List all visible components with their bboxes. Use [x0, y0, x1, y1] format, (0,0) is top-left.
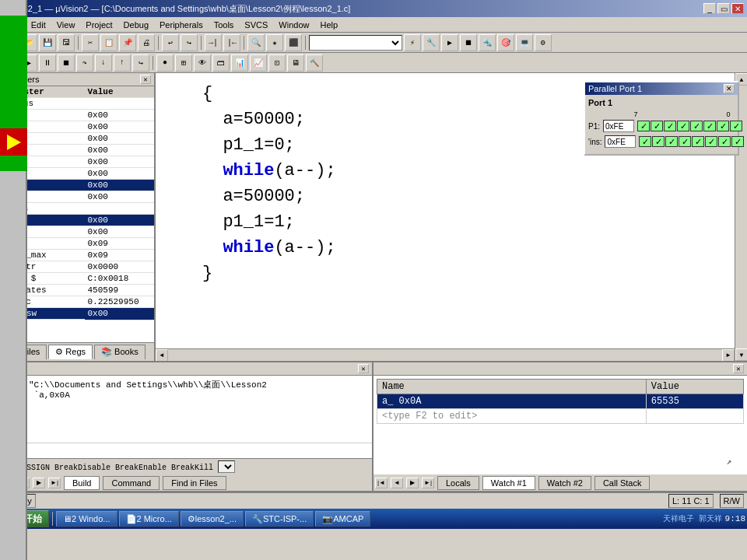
pp-ins-bit-3[interactable]: ✓ — [692, 136, 704, 147]
run-button[interactable]: ▶ — [441, 34, 458, 51]
cut-button[interactable]: ✂ — [82, 34, 99, 51]
breakpoint-button[interactable]: ● — [156, 54, 174, 72]
scroll-down-button[interactable]: ▼ — [735, 348, 747, 361]
menu-svcs[interactable]: SVCS — [240, 19, 272, 31]
cmd-panel-close[interactable]: ✕ — [358, 364, 369, 373]
menu-view[interactable]: View — [52, 19, 80, 31]
find-button[interactable]: 🔍 — [247, 34, 265, 51]
watch-row-selected[interactable]: a_ 0x0A 65535 — [377, 394, 744, 409]
tool-btn[interactable]: 🔩 — [479, 34, 496, 51]
pp-ins-input[interactable] — [605, 135, 636, 148]
save-button[interactable]: 💾 — [39, 34, 56, 51]
minimize-button[interactable]: _ — [703, 3, 716, 14]
mem-btn[interactable]: 🗃 — [212, 54, 230, 72]
save-all-button[interactable]: 🖫 — [58, 34, 75, 51]
flash-button[interactable]: ⚡ — [404, 34, 421, 51]
indent-button[interactable]: →| — [205, 34, 222, 51]
toolbox-btn[interactable]: 🔨 — [306, 54, 323, 72]
pp-ins-row: 'ins: ✓ ✓ ✓ ✓ ✓ ✓ ✓ ✓ — [588, 135, 735, 148]
menu-help[interactable]: Help — [315, 19, 342, 31]
pp-ins-bit-0[interactable]: ✓ — [731, 136, 744, 147]
debug-button[interactable]: 🔧 — [423, 34, 440, 51]
pp-bit-2[interactable]: ✓ — [703, 121, 716, 131]
paste-button[interactable]: 📌 — [119, 34, 136, 51]
panel-close-button[interactable]: ✕ — [140, 75, 151, 84]
pp-bit-6[interactable]: ✓ — [651, 121, 663, 131]
tab-regs[interactable]: ⚙ Regs — [48, 345, 93, 359]
pp-ins-bit-5[interactable]: ✓ — [665, 136, 678, 147]
menu-peripherals[interactable]: Peripherals — [155, 19, 208, 31]
serial-btn[interactable]: 🖥 — [287, 54, 304, 72]
watch-back-button[interactable]: ◄ — [391, 478, 403, 488]
pp-bit-4[interactable]: ✓ — [677, 121, 689, 131]
code-panel[interactable]: Parallel Port 1 ✕ Port 1 7 — [156, 73, 747, 361]
stop-button[interactable]: ⏹ — [460, 34, 477, 51]
copy-button[interactable]: 📋 — [100, 34, 117, 51]
code-cov-btn[interactable]: 📊 — [231, 54, 248, 72]
target-dropdown[interactable] — [309, 35, 402, 51]
run-cursor-button[interactable]: ↪ — [132, 54, 149, 72]
taskbar-item-lesson[interactable]: ⚙ lesson2_... — [181, 511, 244, 527]
dbg-win-button[interactable]: ⊞ — [175, 54, 192, 72]
step-over-button[interactable]: ↷ — [76, 54, 93, 72]
watch-row-2[interactable]: <type F2 to edit> — [377, 409, 744, 424]
cmd-forward-button[interactable]: ►| — [48, 478, 61, 488]
watch-tab-2[interactable]: Watch #2 — [538, 476, 591, 490]
outdent-button[interactable]: |← — [223, 34, 240, 51]
cmd-play-button[interactable]: ▶ — [33, 478, 45, 488]
taskbar-item-amcap[interactable]: 📷 AMCAP — [315, 511, 370, 527]
perf-btn[interactable]: 📈 — [250, 54, 267, 72]
step-in-button[interactable]: ↓ — [95, 54, 112, 72]
pp-ins-bit-6[interactable]: ✓ — [652, 136, 665, 147]
menu-project[interactable]: Project — [81, 19, 117, 31]
logic-btn[interactable]: ⊡ — [268, 54, 286, 72]
cmd-dropdown[interactable] — [218, 460, 235, 473]
pause-button[interactable]: ⏸ — [39, 54, 56, 72]
pp-close-button[interactable]: ✕ — [724, 84, 735, 93]
cpu-btn[interactable]: 💻 — [516, 34, 533, 51]
cmd-tab-command[interactable]: Command — [103, 476, 160, 490]
pp-ins-bit-1[interactable]: ✓ — [718, 136, 731, 147]
cmd-tab-build[interactable]: Build — [64, 476, 100, 490]
cmd-tab-find[interactable]: Find in Files — [163, 476, 226, 490]
bookmark-button[interactable]: ★ — [266, 34, 283, 51]
hscroll-right-button[interactable]: ► — [722, 349, 735, 362]
watch-play-button[interactable]: ▶ — [406, 478, 419, 488]
pp-ins-bit-7[interactable]: ✓ — [639, 136, 651, 147]
pp-ins-bit-2[interactable]: ✓ — [705, 136, 717, 147]
print-button[interactable]: 🖨 — [138, 34, 155, 51]
pp-bit-1[interactable]: ✓ — [717, 121, 729, 131]
bottom-container: ✕ Load "C:\\Documents and Settings\\whb\… — [0, 361, 747, 492]
watch-rewind-button[interactable]: |◄ — [375, 478, 388, 488]
pp-ins-bit-4[interactable]: ✓ — [679, 136, 691, 147]
restore-button[interactable]: ▭ — [717, 3, 730, 14]
menu-edit[interactable]: Edit — [26, 19, 51, 31]
watch-forward-button[interactable]: ►| — [422, 478, 434, 488]
debug-toggle[interactable]: ⬛ — [285, 34, 302, 51]
watch-tab-locals[interactable]: Locals — [437, 476, 479, 490]
hscroll-left-button[interactable]: ◄ — [156, 349, 168, 362]
stop2-button[interactable]: ⏹ — [58, 54, 75, 72]
pp-bit-0[interactable]: ✓ — [730, 121, 742, 131]
taskbar-item-micro[interactable]: 📄 2 Micro... — [119, 511, 179, 527]
undo-button[interactable]: ↩ — [162, 34, 179, 51]
pp-bit-7[interactable]: ✓ — [637, 121, 650, 131]
watch-tab-1[interactable]: Watch #1 — [482, 476, 535, 490]
taskbar-item-stc[interactable]: 🔧 STC-ISP-... — [245, 511, 314, 527]
close-button[interactable]: ✕ — [731, 3, 744, 14]
pp-bit-3[interactable]: ✓ — [690, 121, 703, 131]
target-btn[interactable]: 🎯 — [497, 34, 514, 51]
pp-bit-5[interactable]: ✓ — [664, 121, 676, 131]
menu-debug[interactable]: Debug — [119, 19, 153, 31]
menu-tools[interactable]: Tools — [209, 19, 239, 31]
taskbar-item-windows[interactable]: 🖥 2 Windo... — [56, 511, 117, 527]
extra-btn[interactable]: ⚙ — [535, 34, 552, 51]
watch-tab-callstack[interactable]: Call Stack — [594, 476, 651, 490]
menu-window[interactable]: Window — [274, 19, 314, 31]
tab-books[interactable]: 📚 Books — [94, 345, 146, 359]
pp-p1-input[interactable] — [603, 120, 634, 132]
watch-panel-close[interactable]: ✕ — [733, 364, 744, 373]
step-out-button[interactable]: ↑ — [114, 54, 131, 72]
redo-button[interactable]: ↪ — [181, 34, 198, 51]
watch-btn2[interactable]: 👁 — [194, 54, 211, 72]
